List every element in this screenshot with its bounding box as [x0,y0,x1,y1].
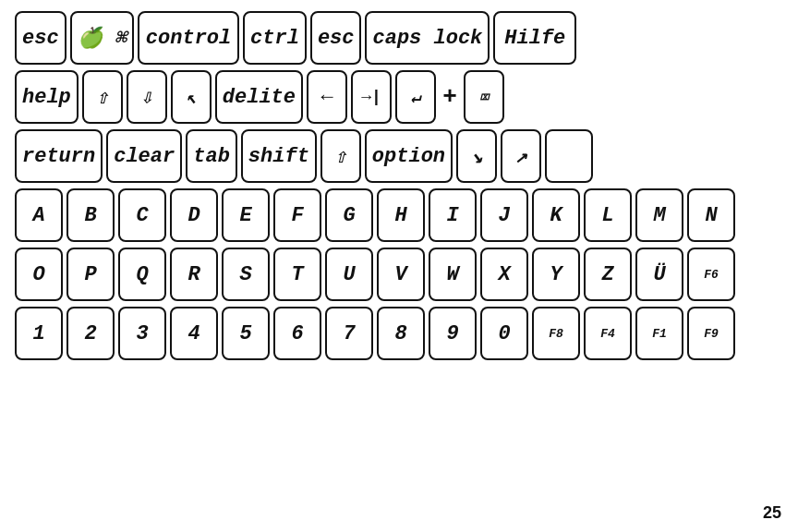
key-8[interactable]: 8 [377,307,425,360]
key-clear[interactable]: clear [106,129,182,183]
key-F1[interactable]: F1 [635,307,683,360]
key-shift-arrow[interactable]: ⇧ [320,129,361,183]
key-I[interactable]: I [429,188,477,242]
key-option[interactable]: option [365,129,453,183]
key-D[interactable]: D [170,188,218,242]
key-Y[interactable]: Y [532,248,580,301]
key-hilfe[interactable]: Hilfe [493,11,576,65]
key-O[interactable]: O [15,248,63,301]
key-right-tab[interactable]: →| [351,70,392,124]
keyboard-diagram: esc 🍏 ⌘ control ctrl esc caps lock Hilfe… [15,11,783,360]
key-row-5: O P Q R S T U V W X Y Z Ü F6 [15,248,783,301]
key-H[interactable]: H [377,188,425,242]
key-row-3: return clear tab shift ⇧ option ↘ ↗ [15,129,783,183]
key-M[interactable]: M [635,188,683,242]
key-F9[interactable]: F9 [687,307,735,360]
key-ne-arrow[interactable]: ↗ [501,129,541,183]
key-left-arrow[interactable]: ← [307,70,347,124]
key-Z[interactable]: Z [584,248,632,301]
key-T[interactable]: T [273,248,321,301]
key-row-4: A B C D E F G H I J K L M N [15,188,783,242]
key-C[interactable]: C [118,188,166,242]
key-return[interactable]: return [15,129,103,183]
key-W[interactable]: W [429,248,477,301]
key-plus: + [440,70,460,124]
key-blank[interactable] [545,129,593,183]
page-number: 25 [763,503,781,523]
key-2[interactable]: 2 [66,307,115,360]
key-Q[interactable]: Q [118,248,166,301]
key-9[interactable]: 9 [429,307,477,360]
key-P[interactable]: P [66,248,115,301]
key-row-2: help ⇧ ⇩ ↖ delite ← →| ↵ + ⌧ [15,70,783,124]
key-shift[interactable]: shift [241,129,317,183]
key-esc[interactable]: esc [15,11,66,65]
key-0[interactable]: 0 [480,307,528,360]
key-X[interactable]: X [480,248,528,301]
key-F4[interactable]: F4 [584,307,632,360]
key-caps-lock[interactable]: caps lock [365,11,490,65]
key-F8[interactable]: F8 [532,307,580,360]
key-7[interactable]: 7 [325,307,373,360]
key-return-arrow[interactable]: ↵ [395,70,436,124]
key-A[interactable]: A [15,188,63,242]
key-1[interactable]: 1 [15,307,63,360]
key-3[interactable]: 3 [118,307,166,360]
key-B[interactable]: B [66,188,115,242]
key-row-1: esc 🍏 ⌘ control ctrl esc caps lock Hilfe [15,11,783,65]
key-help[interactable]: help [15,70,79,124]
key-R[interactable]: R [170,248,218,301]
key-clear-x[interactable]: ⌧ [464,70,504,124]
key-K[interactable]: K [532,188,580,242]
key-6[interactable]: 6 [273,307,321,360]
key-U[interactable]: U [325,248,373,301]
key-J[interactable]: J [480,188,528,242]
key-ctrl[interactable]: ctrl [243,11,307,65]
key-se-arrow[interactable]: ↘ [456,129,497,183]
key-row-6: 1 2 3 4 5 6 7 8 9 0 F8 F4 F1 F9 [15,307,783,360]
key-up-arrow[interactable]: ⇧ [82,70,123,124]
key-F[interactable]: F [273,188,321,242]
key-delite[interactable]: delite [215,70,303,124]
key-F6[interactable]: F6 [687,248,735,301]
key-Ü[interactable]: Ü [635,248,683,301]
key-control[interactable]: control [138,11,239,65]
key-4[interactable]: 4 [170,307,218,360]
key-esc2[interactable]: esc [310,11,362,65]
key-V[interactable]: V [377,248,425,301]
key-L[interactable]: L [584,188,632,242]
key-alt-symbol[interactable]: ↖ [171,70,212,124]
key-tab[interactable]: tab [186,129,237,183]
key-E[interactable]: E [222,188,270,242]
key-G[interactable]: G [325,188,373,242]
key-N[interactable]: N [687,188,735,242]
key-S[interactable]: S [222,248,270,301]
key-5[interactable]: 5 [222,307,270,360]
key-apple-cmd[interactable]: 🍏 ⌘ [70,11,134,65]
key-down-arrow[interactable]: ⇩ [127,70,167,124]
